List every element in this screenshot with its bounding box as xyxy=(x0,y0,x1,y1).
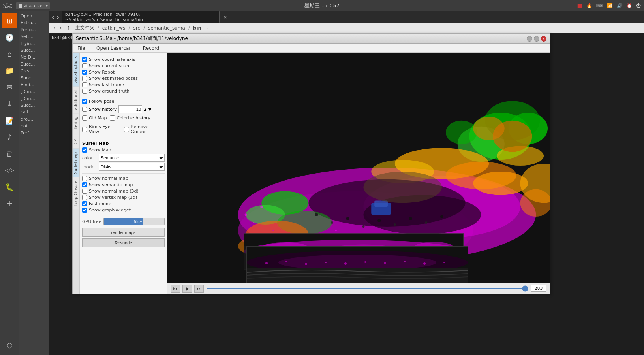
show-robot-checkbox[interactable] xyxy=(82,70,87,75)
menu-record[interactable]: Record xyxy=(141,45,161,52)
sidebar-icon-code[interactable]: </> xyxy=(2,162,17,178)
history-value-input[interactable] xyxy=(118,105,142,113)
svg-point-22 xyxy=(446,121,477,144)
show-robot-row: Show Robot xyxy=(82,70,165,75)
menu-file[interactable]: File xyxy=(75,45,88,52)
tab-surfel-map[interactable]: Surfel map xyxy=(73,149,79,177)
breadcrumb-back[interactable]: ‹ xyxy=(52,25,57,32)
terminal-nav-fwd[interactable]: › xyxy=(56,13,59,21)
remove-ground-checkbox[interactable] xyxy=(124,127,129,132)
playback-end-button[interactable]: ⏭ xyxy=(194,285,204,293)
rosnode-button[interactable]: Rosnode xyxy=(82,238,165,247)
tab-icp[interactable]: ICP xyxy=(73,136,79,149)
sidebar-icon-clock[interactable]: 🕐 xyxy=(2,29,17,45)
playback-slider[interactable] xyxy=(206,288,528,289)
sidebar-icon-home[interactable]: ⌂ xyxy=(2,46,17,62)
svg-point-26 xyxy=(371,160,434,183)
keyboard-icon[interactable]: ⌨ xyxy=(596,3,603,8)
breadcrumb-more[interactable]: › xyxy=(205,25,210,32)
breadcrumb-catkin[interactable]: catkin_ws xyxy=(101,25,127,32)
terminal-close-icon[interactable]: × xyxy=(223,15,227,20)
svg-point-29 xyxy=(308,179,465,227)
tab-filtering[interactable]: Filtering xyxy=(73,113,79,136)
breadcrumb-fwd[interactable]: › xyxy=(58,25,64,32)
breadcrumb-sep4: / xyxy=(188,25,190,31)
show-normal-map-checkbox[interactable] xyxy=(82,176,87,181)
terminal-nav-back[interactable]: ‹ xyxy=(52,13,54,21)
sidebar-icon-grid[interactable]: ⊞ xyxy=(2,13,17,28)
sidebar-icon-debug[interactable]: 🐛 xyxy=(2,179,17,194)
tab-visual-options[interactable]: visual options xyxy=(73,53,79,87)
sidebar-icon-mail[interactable]: ✉ xyxy=(2,79,17,95)
mode-label: mode xyxy=(82,164,96,170)
activities-button[interactable]: 活动 xyxy=(3,2,13,9)
sidebar-icon-trash[interactable]: 🗑 xyxy=(2,145,17,161)
fast-mode-checkbox[interactable] xyxy=(82,201,87,206)
sidebar-icon-notes[interactable]: 📝 xyxy=(2,112,17,128)
playback-play-button[interactable]: ▶ xyxy=(182,285,192,293)
show-semantic-map-label: Show semantic map xyxy=(89,182,133,187)
svg-point-50 xyxy=(319,237,321,240)
svg-point-48 xyxy=(288,237,290,240)
flame-icon[interactable]: 🔥 xyxy=(586,3,592,8)
breadcrumb-up[interactable]: ↑ xyxy=(65,25,72,32)
suma-minimize-button[interactable] xyxy=(527,36,532,42)
svg-point-30 xyxy=(363,195,481,234)
tab-additional[interactable]: additional xyxy=(73,87,79,113)
show-ground-truth-label: Show ground truth xyxy=(89,89,130,94)
show-vertex-map-3d-checkbox[interactable] xyxy=(82,195,87,200)
show-history-checkbox[interactable] xyxy=(82,107,87,112)
breadcrumb-semantic[interactable]: semantic_suma xyxy=(146,25,187,32)
speaker-icon[interactable]: 🔊 xyxy=(617,3,623,8)
network-icon[interactable]: 📶 xyxy=(607,3,613,8)
show-current-scan-checkbox[interactable] xyxy=(82,63,87,68)
colorize-history-row: Colorize history xyxy=(110,115,150,121)
show-semantic-map-checkbox[interactable] xyxy=(82,182,87,187)
show-coord-axis-checkbox[interactable] xyxy=(82,57,87,62)
suma-close-button[interactable]: × xyxy=(541,36,546,42)
breadcrumb-home[interactable]: 主文件夹 xyxy=(74,24,96,32)
svg-point-31 xyxy=(261,191,308,215)
power-icon[interactable]: ⏻ xyxy=(636,3,641,8)
history-spinner-up[interactable]: ▲ xyxy=(144,107,147,111)
show-last-frame-checkbox[interactable] xyxy=(82,82,87,87)
suma-maximize-button[interactable] xyxy=(534,36,539,42)
colorize-history-checkbox[interactable] xyxy=(110,115,115,121)
follow-pose-row: Follow pose xyxy=(82,99,165,104)
sidebar-icon-download[interactable]: ↓ xyxy=(2,96,17,111)
record-icon[interactable]: ■ xyxy=(577,2,582,9)
playback-counter: 283 xyxy=(531,285,546,292)
show-graph-widget-checkbox[interactable] xyxy=(82,208,87,213)
follow-pose-checkbox[interactable] xyxy=(82,99,87,104)
color-select[interactable]: Semantic Normal Single Color Instances xyxy=(99,154,165,162)
main-window: ‹ › b341@b341-Precision-Tower-7910: ~/ca… xyxy=(49,11,644,355)
svg-point-65 xyxy=(409,217,412,220)
sidebar-icon-planet[interactable]: ○ xyxy=(2,337,17,353)
playback-rewind-button[interactable]: ⏮ xyxy=(171,285,180,293)
old-map-row: Old Map xyxy=(82,115,107,121)
show-ground-truth-checkbox[interactable] xyxy=(82,89,87,94)
history-spinner-down[interactable]: ▼ xyxy=(148,107,152,111)
file-line: Sett... xyxy=(20,33,48,40)
show-map-checkbox[interactable] xyxy=(82,147,87,153)
right-panel[interactable]: 265 270 275 280 xyxy=(167,53,550,294)
sidebar-icon-folder[interactable]: 📁 xyxy=(2,62,17,78)
sidebar-icon-music[interactable]: ♪ xyxy=(2,129,17,145)
birds-eye-checkbox[interactable] xyxy=(82,127,87,132)
visualizer-applet[interactable]: ■ visualizer ▾ xyxy=(16,2,50,9)
menu-open-lasercan[interactable]: Open Lasercan xyxy=(94,45,134,52)
breadcrumb-src[interactable]: src xyxy=(131,25,142,32)
show-normal-map-3d-checkbox[interactable] xyxy=(82,189,87,194)
sidebar-icon-add[interactable]: + xyxy=(2,195,17,211)
mode-select[interactable]: Disks Points Surfel xyxy=(99,163,165,171)
show-estimated-poses-checkbox[interactable] xyxy=(82,76,87,81)
svg-point-53 xyxy=(366,238,368,239)
breadcrumb-bar: ‹ › ↑ 主文件夹 / catkin_ws / src / semantic_… xyxy=(49,23,644,33)
bottom-viz-strip xyxy=(246,246,468,283)
svg-point-84 xyxy=(325,262,327,263)
suma-title: Semantic SuMa - /home/b341/桌面/11/velodyn… xyxy=(76,35,188,42)
old-map-checkbox[interactable] xyxy=(82,115,87,121)
breadcrumb-bin[interactable]: bin xyxy=(192,25,203,32)
render-maps-button[interactable]: render maps xyxy=(82,228,165,237)
tab-loop-closure[interactable]: Loop Closure xyxy=(73,177,79,210)
